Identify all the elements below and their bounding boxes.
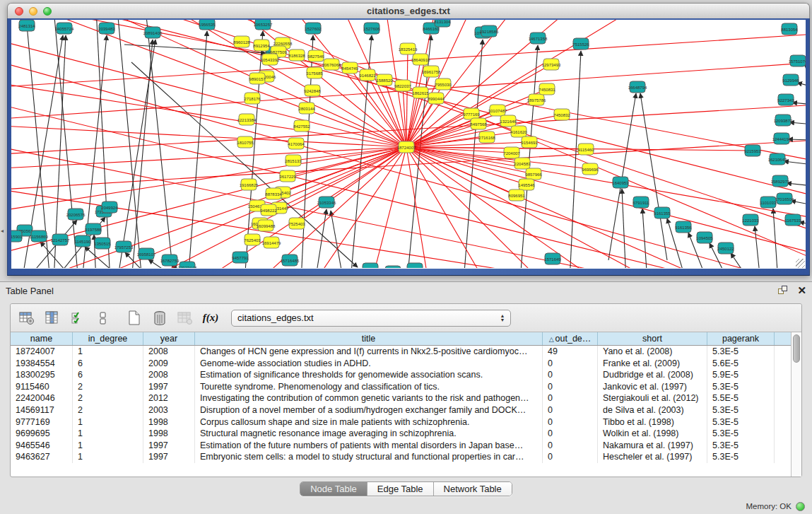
- graph-node[interactable]: 9857966: [525, 168, 542, 180]
- graph-node[interactable]: 4161620: [510, 126, 527, 137]
- table-row[interactable]: 946554611997Estimation of the future num…: [11, 440, 791, 452]
- column-header[interactable]: △out_de…: [543, 332, 598, 345]
- graph-node[interactable]: 1527602: [305, 23, 322, 34]
- graph-node[interactable]: 1588520: [376, 74, 393, 86]
- graph-node[interactable]: 16914479: [262, 237, 281, 248]
- table-row[interactable]: 1938455462009Genome-wide association stu…: [11, 358, 791, 370]
- graph-node[interactable]: 1350515: [94, 238, 111, 249]
- graph-node[interactable]: 1571649: [544, 253, 561, 264]
- column-header[interactable]: title: [195, 332, 543, 345]
- graph-node[interactable]: 7625403: [244, 234, 261, 245]
- graph-node[interactable]: 9161356: [675, 221, 692, 233]
- table-settings-icon[interactable]: [18, 309, 36, 327]
- graph-node[interactable]: 9115460: [578, 144, 595, 155]
- graph-node[interactable]: 9827546: [307, 50, 324, 62]
- graph-node[interactable]: 12142757: [51, 234, 70, 245]
- graph-node[interactable]: 8813054: [781, 23, 798, 35]
- column-header[interactable]: name: [11, 332, 73, 345]
- graph-node[interactable]: 8878334: [265, 188, 282, 199]
- collapsed-panel-arrow-icon[interactable]: ◂: [1, 228, 4, 234]
- table-row[interactable]: 977716911998Corpus callosum shape and si…: [11, 416, 791, 428]
- graph-node[interactable]: 2049924: [101, 201, 118, 213]
- network-canvas[interactable]: 2481314240557242039483208914061956535106…: [11, 20, 806, 269]
- graph-node[interactable]: 3175685: [306, 67, 323, 78]
- graph-node[interactable]: 16099488: [257, 220, 276, 231]
- close-panel-icon[interactable]: ✕: [797, 286, 806, 296]
- graph-node[interactable]: 9227343: [777, 94, 794, 105]
- graph-node[interactable]: 1321646: [500, 115, 517, 127]
- memory-status-icon[interactable]: [796, 502, 805, 511]
- tab-edge-table[interactable]: Edge Table: [367, 482, 434, 496]
- graph-node[interactable]: 15892971: [771, 175, 790, 187]
- graph-node[interactable]: 9699696: [582, 163, 599, 175]
- zoom-button[interactable]: [43, 7, 52, 16]
- table-row[interactable]: 2242004622012Investigating the contribut…: [11, 392, 791, 404]
- tab-node-table[interactable]: Node Table: [300, 482, 367, 496]
- graph-node[interactable]: 17016504: [775, 193, 794, 204]
- table-row[interactable]: 969969511998Structural magnetic resonanc…: [11, 428, 791, 440]
- graph-node[interactable]: 9498222: [260, 204, 277, 216]
- graph-node[interactable]: 1495546: [518, 179, 535, 190]
- graph-node[interactable]: 16782759: [160, 255, 180, 266]
- graph-node[interactable]: 8990444: [428, 93, 445, 104]
- graph-node[interactable]: 8427552: [293, 120, 310, 132]
- network-window-titlebar[interactable]: citations_edges.txt: [7, 3, 810, 18]
- graph-node[interactable]: 7515526: [572, 38, 589, 49]
- graph-node[interactable]: 1527606: [363, 23, 380, 34]
- graph-node[interactable]: 9465546: [362, 263, 379, 268]
- graph-node[interactable]: 20676068: [322, 59, 341, 70]
- graph-node[interactable]: 24055724: [55, 23, 74, 34]
- graph-node[interactable]: 9197588: [85, 223, 102, 235]
- column-header[interactable]: year: [143, 332, 195, 345]
- graph-node[interactable]: 7955030: [435, 78, 452, 90]
- graph-node[interactable]: 11156869: [30, 230, 48, 242]
- graph-node[interactable]: 19218586: [480, 25, 499, 37]
- graph-node[interactable]: 4170064: [288, 138, 305, 149]
- graph-node[interactable]: 9457791: [232, 252, 249, 263]
- graph-node[interactable]: 1956535: [199, 20, 216, 30]
- graph-node[interactable]: 15751074: [789, 55, 806, 66]
- graph-node[interactable]: 10653257: [254, 20, 273, 30]
- graph-node[interactable]: 1862615: [412, 87, 429, 98]
- graph-node[interactable]: 2803144: [298, 103, 315, 114]
- row-mode-icon[interactable]: [94, 309, 112, 327]
- graph-node[interactable]: 8960128: [233, 36, 250, 47]
- graph-node[interactable]: 9154691: [521, 136, 538, 148]
- graph-node[interactable]: 12093872: [774, 115, 793, 126]
- graph-node[interactable]: 19166825: [240, 179, 259, 190]
- graph-node[interactable]: 1810755: [237, 136, 254, 148]
- graph-node[interactable]: 10543392: [261, 54, 280, 65]
- graph-node[interactable]: 12213384: [237, 114, 257, 125]
- scrollbar-thumb[interactable]: [793, 334, 800, 363]
- table-row[interactable]: 1830029562008Estimation of significance …: [11, 369, 791, 381]
- graph-node[interactable]: 8454749: [341, 62, 358, 74]
- graph-node[interactable]: 7204007: [503, 147, 520, 158]
- graph-node[interactable]: 16648794: [628, 81, 647, 93]
- graph-node[interactable]: 7450832: [553, 109, 570, 120]
- table-row[interactable]: 1456911722003Disruption of a novel membe…: [11, 404, 791, 416]
- graph-node[interactable]: 16210643: [768, 153, 787, 165]
- graph-node[interactable]: 18724007: [397, 141, 416, 153]
- delete-table-icon[interactable]: [151, 309, 169, 327]
- table-row[interactable]: 946362711997Embryonic stem cells: a mode…: [11, 451, 791, 463]
- graph-node[interactable]: 2204583: [514, 158, 531, 169]
- graph-node[interactable]: 12973493: [542, 59, 561, 70]
- graph-node[interactable]: 7450831: [539, 83, 555, 95]
- table-select-dropdown[interactable]: citations_edges.txt ▲▼: [231, 310, 511, 327]
- close-button[interactable]: [15, 7, 23, 16]
- graph-node[interactable]: 1167533: [785, 214, 802, 226]
- show-column-icon[interactable]: [43, 309, 61, 327]
- graph-node[interactable]: 8131304: [434, 20, 451, 27]
- graph-node[interactable]: 8186328: [288, 49, 305, 61]
- graph-node[interactable]: 1101033: [760, 197, 777, 208]
- function-builder-icon[interactable]: f(x): [201, 309, 220, 327]
- graph-node[interactable]: 20206576: [66, 209, 86, 220]
- graph-node[interactable]: 9215953: [744, 145, 761, 156]
- graph-node[interactable]: 9890157: [249, 73, 266, 84]
- graph-node[interactable]: 9161355: [654, 207, 671, 218]
- graph-node[interactable]: 7525403: [288, 218, 305, 229]
- column-header[interactable]: short: [598, 332, 707, 345]
- graph-node[interactable]: 3915901: [11, 230, 23, 242]
- table-row[interactable]: 1872400712008Changes of HCN gene express…: [11, 346, 791, 358]
- graph-node[interactable]: 18325419: [399, 43, 418, 54]
